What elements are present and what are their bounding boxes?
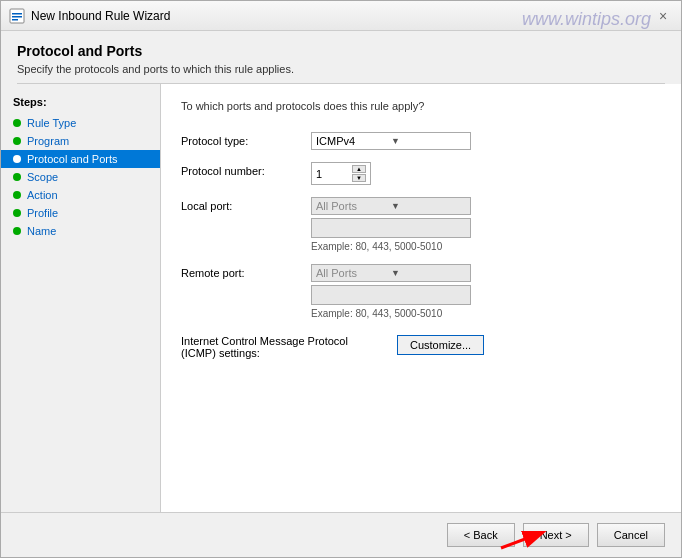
icmp-label: Internet Control Message Protocol (ICMP)… — [181, 335, 381, 359]
svg-rect-1 — [12, 13, 22, 15]
sidebar-item-label: Action — [27, 189, 58, 201]
sidebar-item-scope[interactable]: Scope — [1, 168, 160, 186]
protocol-type-select[interactable]: ICMPv4 ▼ — [311, 132, 471, 150]
sidebar-item-name[interactable]: Name — [1, 222, 160, 240]
chevron-down-icon: ▼ — [391, 268, 466, 278]
protocol-type-control: ICMPv4 ▼ — [311, 132, 661, 150]
customize-button[interactable]: Customize... — [397, 335, 484, 355]
close-button[interactable]: × — [653, 6, 673, 26]
content-area: Steps: Rule Type Program Protocol and Po… — [1, 84, 681, 512]
title-bar: New Inbound Rule Wizard www.wintips.org … — [1, 1, 681, 31]
remote-port-select[interactable]: All Ports ▼ — [311, 264, 471, 282]
protocol-number-control: 1 ▲ ▼ — [311, 162, 661, 185]
title-bar-text: New Inbound Rule Wizard — [31, 9, 647, 23]
sidebar-item-label: Protocol and Ports — [27, 153, 118, 165]
wizard-window: New Inbound Rule Wizard www.wintips.org … — [0, 0, 682, 558]
window-icon — [9, 8, 25, 24]
dot-icon — [13, 209, 21, 217]
sidebar-item-label: Name — [27, 225, 56, 237]
remote-port-value: All Ports — [316, 267, 391, 279]
svg-rect-2 — [12, 16, 22, 18]
dot-icon — [13, 227, 21, 235]
number-spinners: ▲ ▼ — [352, 165, 366, 182]
sidebar-item-label: Profile — [27, 207, 58, 219]
protocol-number-label: Protocol number: — [181, 162, 311, 177]
dot-icon — [13, 137, 21, 145]
sidebar-item-program[interactable]: Program — [1, 132, 160, 150]
remote-port-example: Example: 80, 443, 5000-5010 — [311, 308, 661, 319]
protocol-type-group: Protocol type: ICMPv4 ▼ — [181, 132, 661, 150]
dot-icon — [13, 173, 21, 181]
local-port-control: All Ports ▼ Example: 80, 443, 5000-5010 — [311, 197, 661, 252]
protocol-number-input[interactable]: 1 ▲ ▼ — [311, 162, 371, 185]
cancel-button[interactable]: Cancel — [597, 523, 665, 547]
chevron-down-icon: ▼ — [391, 201, 466, 211]
remote-port-group: Remote port: All Ports ▼ Example: 80, 44… — [181, 264, 661, 319]
spin-down-button[interactable]: ▼ — [352, 174, 366, 182]
dot-icon — [13, 191, 21, 199]
page-header: Protocol and Ports Specify the protocols… — [1, 31, 681, 83]
sidebar-item-action[interactable]: Action — [1, 186, 160, 204]
remote-port-text-input[interactable] — [311, 285, 471, 305]
protocol-type-value: ICMPv4 — [316, 135, 391, 147]
dot-icon — [13, 155, 21, 163]
main-content: To which ports and protocols does this r… — [161, 84, 681, 512]
chevron-down-icon: ▼ — [391, 136, 466, 146]
sidebar: Steps: Rule Type Program Protocol and Po… — [1, 84, 161, 512]
local-port-select[interactable]: All Ports ▼ — [311, 197, 471, 215]
svg-rect-3 — [12, 19, 18, 21]
sidebar-title: Steps: — [1, 92, 160, 114]
footer-area: < Back Next > Cancel — [1, 512, 681, 557]
remote-port-control: All Ports ▼ Example: 80, 443, 5000-5010 — [311, 264, 661, 319]
sidebar-item-profile[interactable]: Profile — [1, 204, 160, 222]
page-title: Protocol and Ports — [17, 43, 665, 59]
sidebar-item-protocol-ports[interactable]: Protocol and Ports — [1, 150, 160, 168]
icmp-section: Internet Control Message Protocol (ICMP)… — [181, 335, 661, 359]
local-port-group: Local port: All Ports ▼ Example: 80, 443… — [181, 197, 661, 252]
sidebar-item-label: Scope — [27, 171, 58, 183]
protocol-number-value: 1 — [316, 168, 352, 180]
sidebar-item-label: Rule Type — [27, 117, 76, 129]
local-port-text-input[interactable] — [311, 218, 471, 238]
local-port-label: Local port: — [181, 197, 311, 212]
local-port-example: Example: 80, 443, 5000-5010 — [311, 241, 661, 252]
remote-port-label: Remote port: — [181, 264, 311, 279]
page-subtitle: Specify the protocols and ports to which… — [17, 63, 665, 75]
sidebar-item-label: Program — [27, 135, 69, 147]
spin-up-button[interactable]: ▲ — [352, 165, 366, 173]
arrow-indicator — [491, 523, 551, 553]
dot-icon — [13, 119, 21, 127]
protocol-number-group: Protocol number: 1 ▲ ▼ — [181, 162, 661, 185]
main-question: To which ports and protocols does this r… — [181, 100, 661, 112]
protocol-type-label: Protocol type: — [181, 132, 311, 147]
sidebar-item-rule-type[interactable]: Rule Type — [1, 114, 160, 132]
local-port-value: All Ports — [316, 200, 391, 212]
